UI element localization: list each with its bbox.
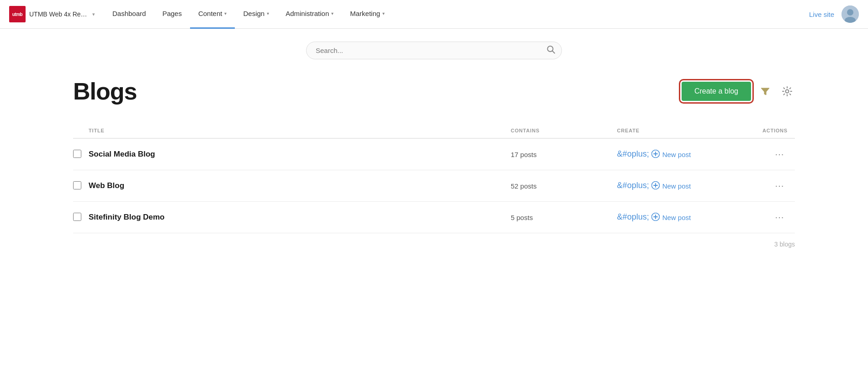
blog-name: Social Media Blog (89, 150, 155, 158)
row-title-cell: Social Media Blog (89, 138, 511, 170)
table-footer: 3 blogs (73, 233, 795, 248)
table-header: TITLE CONTAINS CREATE ACTIONS (73, 123, 795, 138)
blog-name: Sitefinity Blog Demo (89, 213, 164, 221)
user-avatar[interactable] (842, 5, 859, 23)
create-blog-button[interactable]: Create a blog (682, 82, 751, 101)
row-checkbox-2[interactable] (73, 213, 81, 221)
new-post-plus-icon (651, 181, 660, 189)
administration-chevron-icon: ▾ (331, 11, 333, 16)
brand-logo-area[interactable]: utmb UTMB Web 4x Res... ▾ (9, 6, 95, 22)
nav-item-pages[interactable]: Pages (154, 0, 190, 29)
new-post-label: New post (662, 151, 691, 158)
col-actions: ACTIONS (724, 123, 795, 138)
settings-button[interactable] (779, 84, 795, 99)
row-actions-menu-button[interactable]: ⋯ (772, 210, 788, 225)
settings-icon (782, 86, 792, 96)
blogs-count: 3 blogs (774, 241, 795, 248)
row-actions-cell: ⋯ (724, 170, 795, 202)
svg-line-4 (552, 51, 555, 53)
new-post-label: New post (662, 182, 691, 190)
nav-item-dashboard[interactable]: Dashboard (104, 0, 154, 29)
blog-name: Web Blog (89, 181, 124, 190)
search-container (306, 42, 562, 59)
row-actions-menu-button[interactable]: ⋯ (772, 178, 788, 193)
page-title: Blogs (73, 78, 137, 105)
row-contains-cell: 52 posts (511, 170, 617, 202)
filter-icon (760, 86, 770, 96)
row-checkbox-0[interactable] (73, 150, 81, 158)
row-checkbox-1[interactable] (73, 181, 81, 189)
nav-label-pages: Pages (162, 10, 182, 17)
row-actions-cell: ⋯ (724, 202, 795, 233)
search-input[interactable] (306, 42, 562, 59)
svg-marker-5 (761, 88, 769, 95)
contains-text: 17 posts (511, 151, 537, 158)
nav-item-design[interactable]: Design ▾ (235, 0, 277, 29)
marketing-chevron-icon: ▾ (382, 11, 385, 16)
search-button[interactable] (546, 45, 556, 56)
new-post-link[interactable]: &#oplus; New post (617, 213, 717, 222)
table-row: Sitefinity Blog Demo 5 posts &#oplus; Ne… (73, 202, 795, 233)
col-title: TITLE (89, 123, 511, 138)
brand-logo-icon: utmb (9, 6, 26, 22)
new-post-plus-icon (651, 213, 660, 221)
search-icon (546, 45, 556, 54)
new-post-plus-icon (651, 150, 660, 158)
row-contains-cell: 17 posts (511, 138, 617, 170)
row-checkbox-cell (73, 138, 89, 170)
nav-label-marketing: Marketing (350, 10, 380, 17)
row-create-cell: &#oplus; New post (617, 170, 724, 202)
row-title-cell: Sitefinity Blog Demo (89, 202, 511, 233)
brand-chevron-icon: ▾ (92, 11, 95, 17)
nav-items: Dashboard Pages Content ▾ Design ▾ Admin… (104, 0, 809, 29)
nav-right-area: Live site (809, 5, 859, 23)
plus-circle-icon: &#oplus; (617, 181, 660, 190)
new-post-link[interactable]: &#oplus; New post (617, 150, 717, 159)
plus-circle-icon: &#oplus; (617, 150, 660, 159)
nav-label-content: Content (198, 10, 222, 17)
search-area (0, 29, 868, 68)
filter-button[interactable] (757, 84, 773, 99)
nav-label-design: Design (243, 10, 265, 17)
col-checkbox (73, 123, 89, 138)
new-post-label: New post (662, 214, 691, 221)
col-create: CREATE (617, 123, 724, 138)
row-create-cell: &#oplus; New post (617, 138, 724, 170)
nav-label-administration: Administration (286, 10, 329, 17)
main-content: Blogs Create a blog TITLE (46, 68, 822, 266)
table-body: Social Media Blog 17 posts &#oplus; New … (73, 138, 795, 233)
contains-text: 5 posts (511, 214, 533, 221)
top-navigation: utmb UTMB Web 4x Res... ▾ Dashboard Page… (0, 0, 868, 29)
row-checkbox-cell (73, 170, 89, 202)
nav-item-administration[interactable]: Administration ▾ (277, 0, 342, 29)
col-contains: CONTAINS (511, 123, 617, 138)
header-actions: Create a blog (682, 82, 795, 101)
nav-item-marketing[interactable]: Marketing ▾ (342, 0, 393, 29)
nav-item-content[interactable]: Content ▾ (190, 0, 235, 29)
new-post-link[interactable]: &#oplus; New post (617, 181, 717, 190)
row-actions-cell: ⋯ (724, 138, 795, 170)
blogs-table: TITLE CONTAINS CREATE ACTIONS Social Med… (73, 123, 795, 233)
live-site-link[interactable]: Live site (809, 10, 834, 18)
row-create-cell: &#oplus; New post (617, 202, 724, 233)
svg-point-6 (786, 90, 789, 93)
page-header: Blogs Create a blog (73, 78, 795, 105)
row-actions-menu-button[interactable]: ⋯ (772, 147, 788, 162)
svg-point-1 (847, 9, 853, 16)
row-checkbox-cell (73, 202, 89, 233)
row-contains-cell: 5 posts (511, 202, 617, 233)
plus-circle-icon: &#oplus; (617, 213, 660, 222)
contains-text: 52 posts (511, 182, 537, 190)
content-chevron-icon: ▾ (224, 11, 227, 16)
design-chevron-icon: ▾ (267, 11, 269, 16)
table-row: Web Blog 52 posts &#oplus; New post (73, 170, 795, 202)
brand-name: UTMB Web 4x Res... (29, 10, 89, 18)
table-row: Social Media Blog 17 posts &#oplus; New … (73, 138, 795, 170)
nav-label-dashboard: Dashboard (112, 10, 146, 17)
row-title-cell: Web Blog (89, 170, 511, 202)
